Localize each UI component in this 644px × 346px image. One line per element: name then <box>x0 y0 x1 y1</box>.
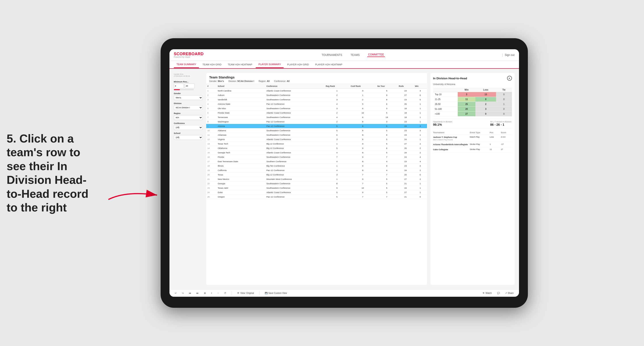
table-row[interactable]: 3 Vanderbilt Southeastern Conference 3 2… <box>206 97 427 102</box>
table-row[interactable]: 5 Ole Miss Southeastern Conference 3 6 3… <box>206 106 427 111</box>
standings-table: # School Conference Reg Rank Conf Rank N… <box>206 84 427 199</box>
conf-rank-cell: 1 <box>349 93 376 97</box>
no-tour-cell: 5 <box>376 190 398 195</box>
table-row[interactable]: 17 East Tennessee State Southern Confere… <box>206 159 427 164</box>
school-cell: Auburn <box>216 93 265 97</box>
no-tour-cell: 5 <box>376 181 398 186</box>
gender-select[interactable]: Men's <box>174 95 203 100</box>
conf-rank-cell: 8 <box>349 159 376 164</box>
tab-player-h2h-grid[interactable]: PLAYER H2H GRID <box>284 61 312 68</box>
table-row[interactable]: 9 Arizona Pac-12 Conference 5 8 5 23 3 <box>206 124 427 128</box>
min-rounds-input[interactable] <box>174 84 184 88</box>
rnds-cell: 21 <box>398 195 414 199</box>
watch-icon: 👁 <box>482 292 485 294</box>
school-select[interactable]: (All) <box>174 135 203 140</box>
table-row[interactable]: 25 Oregon Pac-12 Conference 5 7 7 21 0 <box>206 195 427 199</box>
share-button[interactable]: ↗ Share <box>503 291 516 295</box>
win-cell: 3 <box>414 164 427 168</box>
redo-button[interactable]: ↪ <box>180 291 186 295</box>
view-original-button[interactable]: 👁 View: Original <box>236 291 256 295</box>
minus-button[interactable]: − <box>216 291 220 295</box>
conference-select[interactable]: (All) <box>174 125 203 130</box>
loss-cell: 2 <box>476 102 496 107</box>
standings-header: Team Standings Gender: Men's Division: N… <box>206 73 427 84</box>
table-row[interactable]: 22 Georgia Southeastern Conference 8 7 5… <box>206 181 427 186</box>
nav-teams[interactable]: TEAMS <box>350 53 360 57</box>
table-row[interactable]: 7 Tennessee Southeastern Conference 4 6 … <box>206 115 427 120</box>
reg-rank-cell: 5 <box>324 128 349 133</box>
no-tour-cell: 7 <box>376 155 398 159</box>
annotation-text: 5. Click on a team's row to see their In… <box>7 132 100 214</box>
school-cell: New Mexico <box>216 177 265 181</box>
table-row[interactable]: 1 North Carolina Atlantic Coast Conferen… <box>206 89 427 93</box>
undo-button[interactable]: ↩ <box>173 291 178 295</box>
range-label: Top 10 <box>433 92 458 97</box>
tab-player-summary[interactable]: PLAYER SUMMARY <box>256 61 284 68</box>
table-row[interactable]: 2 Auburn Southeastern Conference 2 1 9 2… <box>206 93 427 97</box>
table-row[interactable]: 4 Arizona State Pac-12 Conference 4 5 6 … <box>206 102 427 106</box>
step-back-button[interactable]: ⏮ <box>187 291 193 295</box>
no-tour-cell: 18 <box>376 115 398 120</box>
h2h-range-row: 51-100 20 3 0 <box>433 107 512 112</box>
min-rounds-max-input[interactable] <box>185 84 195 88</box>
division-select[interactable]: NCAA Division I <box>174 105 203 110</box>
win-cell: 4 <box>414 159 427 164</box>
conf-rank-cell: 9 <box>349 177 376 181</box>
loss-cell: 13 <box>476 92 496 97</box>
rnds-cell: 21 <box>398 181 414 186</box>
min-rounds-slider[interactable] <box>174 89 194 90</box>
h2h-col-loss: Loss <box>476 88 496 92</box>
step-forward-button[interactable]: ⏭ <box>195 291 200 295</box>
h2h-panel: In Division Head-to-Head × University of… <box>430 73 514 285</box>
tournament-score: 17 <box>501 148 512 151</box>
table-row[interactable]: 12 Virginia Atlantic Coast Conference 3 … <box>206 137 427 142</box>
table-row[interactable]: 6 Florida State Atlantic Coast Conferenc… <box>206 111 427 115</box>
grid-button[interactable]: ⊞ <box>202 291 208 295</box>
table-row[interactable]: 23 Texas A&M Southeastern Conference 9 1… <box>206 186 427 190</box>
rnds-cell: 24 <box>398 151 414 155</box>
conf-rank-cell: 7 <box>349 173 376 177</box>
tab-team-h2h-grid[interactable]: TEAM H2H GRID <box>200 61 224 68</box>
save-custom-button[interactable]: 💾 Save Custom View <box>263 291 289 295</box>
nav-tournaments[interactable]: TOURNAMENTS <box>321 53 343 57</box>
conf-rank-cell: 10 <box>349 186 376 190</box>
logo-text: SCOREBOARD <box>174 52 204 56</box>
reg-rank-cell: 7 <box>324 155 349 159</box>
comment-button[interactable]: 💬 <box>495 291 502 295</box>
win-cell: 11 <box>458 97 476 102</box>
division-meta: Division: NCAA Division I <box>228 80 254 82</box>
table-row[interactable]: 18 Illinois Big Ten Conference 1 9 9 23 … <box>206 164 427 168</box>
tab-team-summary[interactable]: TEAM SUMMARY <box>174 61 199 68</box>
conference-meta: Conference: All <box>274 80 290 82</box>
reg-rank-cell: 2 <box>324 120 349 124</box>
table-row[interactable]: 11 Arkansas Southeastern Conference 6 8 … <box>206 133 427 137</box>
h2h-close-button[interactable]: × <box>507 76 512 81</box>
rank-cell: 16 <box>206 155 216 159</box>
table-row[interactable]: 16 Florida Southeastern Conference 7 9 7… <box>206 155 427 159</box>
clock-button[interactable]: ⏱ <box>222 291 228 295</box>
h2h-range-row: Top 10 3 13 0 <box>433 92 512 97</box>
t-col-tournament: Tournament <box>433 132 470 134</box>
school-cell: Florida State <box>216 111 265 115</box>
sign-out-link[interactable]: Sign out <box>505 53 514 57</box>
table-row[interactable]: 8 Washington Pac-12 Conference 2 8 3 23 … <box>206 120 427 124</box>
table-row[interactable]: 20 Texas Big 12 Conference 3 7 7 20 0 <box>206 173 427 177</box>
nav-committee[interactable]: COMMITTEE <box>367 53 385 57</box>
plus-button[interactable]: + <box>209 291 214 295</box>
school-cell: Arizona State <box>216 102 265 106</box>
conf-rank-cell: 8 <box>349 133 376 137</box>
table-row[interactable]: 21 New Mexico Mountain West Conference 1… <box>206 177 427 181</box>
tab-player-h2h-heatmap[interactable]: PLAYER H2H HEATMAP <box>312 61 345 68</box>
bottom-toolbar: ↩ ↪ ⏮ ⏭ ⊞ + − ⏱ 👁 View: Original 💾 <box>170 289 519 297</box>
region-select[interactable]: N/A <box>174 115 203 120</box>
table-row[interactable]: 24 Duke Atlantic Coast Conference 5 9 5 … <box>206 190 427 195</box>
watch-button[interactable]: 👁 Watch <box>481 291 494 295</box>
conf-rank-cell: 8 <box>349 168 376 173</box>
tab-team-h2h-heatmap[interactable]: TEAM H2H HEATMAP <box>225 61 255 68</box>
table-row[interactable]: 10 Alabama Southeastern Conference 5 8 5… <box>206 128 427 133</box>
table-row[interactable]: 19 California Pac-12 Conference 4 8 4 24… <box>206 168 427 173</box>
table-row[interactable]: 15 Georgia Tech Atlantic Coast Conferenc… <box>206 151 427 155</box>
rnds-cell: 18 <box>398 111 414 115</box>
table-row[interactable]: 13 Texas Tech Big 12 Conference 1 9 5 27… <box>206 142 427 146</box>
table-row[interactable]: 14 Oklahoma Big 12 Conference 5 9 6 26 2 <box>206 146 427 151</box>
